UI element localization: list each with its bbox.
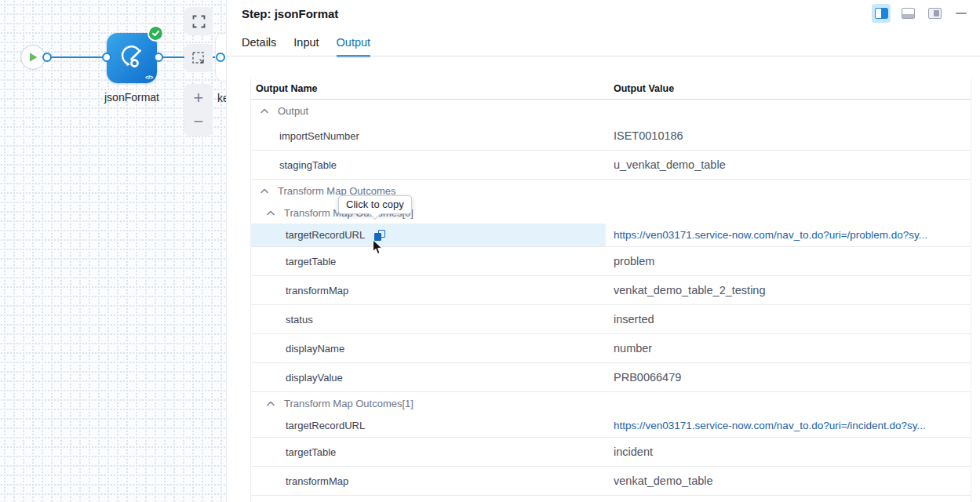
table-header: Output Name Output Value bbox=[251, 78, 971, 100]
zoom-controls: + − bbox=[184, 84, 213, 136]
section-label: Output bbox=[278, 105, 308, 117]
marquee-select-button[interactable] bbox=[184, 44, 213, 72]
output-name: transformMap bbox=[286, 285, 348, 296]
column-output-value: Output Value bbox=[606, 83, 971, 94]
output-port[interactable] bbox=[154, 53, 163, 62]
table-row[interactable]: targetRecordURL https://ven03171.service… bbox=[251, 414, 971, 438]
output-value: problem bbox=[614, 255, 654, 267]
tab-input[interactable]: Input bbox=[293, 36, 319, 56]
panel-title: Step: jsonFormat bbox=[242, 7, 338, 20]
output-name: status bbox=[286, 314, 313, 326]
output-value: incident bbox=[614, 446, 653, 458]
section-header-output[interactable]: Output bbox=[251, 100, 971, 122]
minimize-panel-button[interactable] bbox=[952, 4, 971, 23]
panel-tabs: Details Input Output bbox=[242, 36, 370, 56]
step-detail-panel: Step: jsonFormat Details Input Output Ou… bbox=[226, 0, 980, 502]
connector-line bbox=[46, 56, 108, 58]
tabs-separator bbox=[227, 56, 980, 56]
highlighted-cell[interactable]: targetRecordURL bbox=[251, 224, 606, 246]
output-value: ISET0010186 bbox=[614, 129, 683, 142]
output-value: venkat_demo_table bbox=[614, 475, 713, 487]
table-row[interactable]: transformMap venkat_demo_table bbox=[251, 467, 971, 496]
json-parser-icon bbox=[117, 42, 147, 72]
zoom-in-button[interactable]: + bbox=[194, 87, 204, 109]
chevron-up-icon[interactable] bbox=[260, 108, 268, 114]
dock-bottom-button[interactable] bbox=[898, 4, 917, 23]
output-name: displayName bbox=[286, 343, 344, 355]
output-value: number bbox=[614, 342, 652, 355]
output-value: PRB0066479 bbox=[614, 371, 681, 384]
code-glyph-icon: </> bbox=[145, 74, 153, 81]
output-name: targetRecordURL bbox=[286, 229, 365, 241]
output-link[interactable]: https://ven03171.service-now.com/nav_to.… bbox=[614, 229, 927, 241]
copy-tooltip: Click to copy bbox=[338, 195, 412, 214]
output-table: Output Name Output Value Output importSe… bbox=[250, 78, 971, 502]
output-name: targetRecordURL bbox=[286, 420, 365, 431]
marquee-select-icon bbox=[191, 51, 206, 65]
table-row[interactable]: status inserted bbox=[251, 305, 971, 334]
input-port[interactable] bbox=[102, 53, 111, 62]
table-row[interactable]: transformMap venkat_demo_table_2_testing bbox=[251, 276, 971, 305]
float-panel-icon bbox=[928, 8, 942, 19]
table-row[interactable]: displayName number bbox=[251, 334, 971, 363]
output-value: inserted bbox=[614, 313, 654, 326]
table-row[interactable]: targetRecordURL https://ven03171.service… bbox=[251, 224, 971, 247]
output-name: importSetNumber bbox=[279, 130, 359, 142]
dock-bottom-icon bbox=[902, 8, 915, 19]
chevron-up-icon[interactable] bbox=[260, 188, 268, 194]
table-row[interactable]: displayValue PRB0066479 bbox=[251, 363, 971, 392]
output-port[interactable] bbox=[42, 53, 52, 62]
panel-window-controls bbox=[872, 4, 971, 23]
chevron-up-icon[interactable] bbox=[267, 401, 275, 406]
tab-output[interactable]: Output bbox=[337, 36, 371, 56]
flow-designer-screen: </> jsonFormat ke + − Step: bbox=[0, 0, 980, 502]
section-label: Transform Map Outcomes[1] bbox=[284, 398, 413, 409]
flow-canvas[interactable]: </> jsonFormat ke + − bbox=[0, 0, 226, 502]
output-link[interactable]: https://ven03171.service-now.com/nav_to.… bbox=[614, 420, 926, 431]
output-name: stagingTable bbox=[279, 159, 337, 171]
output-name: targetTable bbox=[286, 256, 336, 267]
output-name: transformMap bbox=[286, 475, 348, 487]
dock-right-icon bbox=[875, 8, 888, 19]
play-icon bbox=[27, 51, 39, 64]
column-output-name: Output Name bbox=[251, 83, 606, 94]
table-row[interactable]: targetTable problem bbox=[251, 247, 971, 276]
float-panel-button[interactable] bbox=[925, 4, 944, 23]
mouse-cursor-icon bbox=[372, 239, 383, 255]
table-row[interactable]: targetTable incident bbox=[251, 438, 971, 467]
zoom-out-button[interactable]: − bbox=[194, 111, 204, 133]
output-name: displayValue bbox=[286, 372, 343, 384]
output-value: venkat_demo_table_2_testing bbox=[614, 284, 765, 296]
minimize-icon bbox=[956, 13, 967, 15]
section-header-transform-map-outcomes-1[interactable]: Transform Map Outcomes[1] bbox=[251, 392, 971, 414]
json-format-node[interactable]: </> bbox=[107, 33, 157, 83]
output-name: targetTable bbox=[286, 446, 336, 458]
tab-details[interactable]: Details bbox=[242, 36, 276, 56]
fit-to-screen-button[interactable] bbox=[184, 7, 213, 35]
fullscreen-icon bbox=[192, 15, 206, 28]
output-value: u_venkat_demo_table bbox=[614, 158, 726, 171]
table-row[interactable]: stagingTable u_venkat_demo_table bbox=[251, 151, 971, 180]
check-circle-icon bbox=[149, 27, 162, 40]
table-row[interactable]: importSetNumber ISET0010186 bbox=[251, 122, 971, 151]
input-port[interactable] bbox=[216, 53, 225, 62]
chevron-up-icon[interactable] bbox=[267, 210, 275, 216]
dock-right-button[interactable] bbox=[872, 4, 891, 23]
node-label: jsonFormat bbox=[88, 91, 176, 104]
next-node-label: ke bbox=[217, 92, 226, 104]
